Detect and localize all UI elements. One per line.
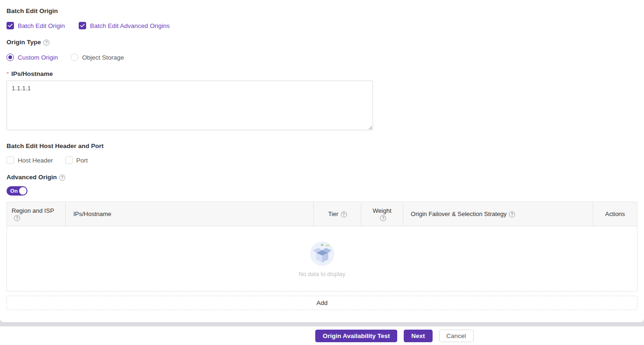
origin-availability-test-button[interactable]: Origin Availability Test (315, 330, 397, 342)
col-header-actions: Actions (593, 202, 637, 226)
table-header-row: Region and ISP? IPs/Hostname Tier? Weigh… (7, 202, 637, 226)
checkbox-checked-icon (7, 22, 14, 29)
col-header-failover-strategy: Origin Failover & Selection Strategy? (403, 202, 593, 226)
toggle-state-label: On (7, 188, 18, 194)
col-header-tier: Tier? (314, 202, 361, 226)
footer-action-bar: Origin Availability Test Next Cancel (0, 326, 644, 345)
section-title-host-header-port: Batch Edit Host Header and Port (7, 142, 637, 149)
checkbox-unchecked-icon (7, 156, 14, 164)
help-icon[interactable]: ? (59, 175, 65, 181)
toggle-knob (19, 187, 27, 195)
radio-selected-icon (7, 54, 14, 61)
add-origin-button[interactable]: Add (7, 296, 637, 310)
required-asterisk: * (7, 70, 9, 77)
cancel-button[interactable]: Cancel (439, 330, 474, 342)
radio-custom-origin[interactable]: Custom Origin (7, 54, 58, 61)
radio-object-storage[interactable]: Object Storage (71, 54, 124, 61)
empty-box-icon (309, 240, 335, 266)
page-background: Batch Edit Origin Batch Edit Origin Batc… (0, 0, 644, 326)
advanced-origin-label: Advanced Origin? (7, 174, 637, 181)
help-icon[interactable]: ? (43, 40, 49, 46)
checkbox-label: Host Header (18, 157, 53, 164)
radio-unselected-icon (71, 54, 78, 61)
help-icon[interactable]: ? (341, 211, 347, 217)
batch-edit-checkbox-row: Batch Edit Origin Batch Edit Advanced Or… (7, 22, 637, 29)
help-icon[interactable]: ? (14, 215, 20, 221)
col-header-region-isp: Region and ISP? (7, 202, 66, 226)
checkbox-batch-edit-advanced-origins[interactable]: Batch Edit Advanced Origins (79, 22, 169, 29)
host-header-port-checkbox-row: Host Header Port (7, 156, 637, 164)
checkbox-label: Port (76, 157, 88, 164)
ips-hostname-label: *IPs/Hostname (7, 70, 637, 77)
checkbox-host-header[interactable]: Host Header (7, 156, 53, 164)
batch-edit-origin-panel: Batch Edit Origin Batch Edit Origin Batc… (0, 0, 644, 322)
help-icon[interactable]: ? (380, 215, 386, 221)
col-header-ips-hostname: IPs/Hostname (66, 202, 314, 226)
origin-type-radio-group: Custom Origin Object Storage (7, 54, 637, 61)
col-header-weight: Weight? (361, 202, 403, 226)
empty-state: No data to display (298, 240, 345, 277)
checkbox-label: Batch Edit Advanced Origins (90, 22, 169, 29)
origin-type-label: Origin Type? (7, 39, 637, 46)
checkbox-port[interactable]: Port (65, 156, 88, 164)
help-icon[interactable]: ? (509, 211, 515, 217)
table-empty-row: No data to display (7, 226, 637, 291)
radio-label: Custom Origin (18, 54, 58, 61)
empty-state-text: No data to display (298, 271, 345, 277)
next-button[interactable]: Next (404, 330, 432, 342)
checkbox-unchecked-icon (65, 156, 73, 164)
advanced-origin-toggle[interactable]: On (7, 186, 27, 196)
radio-label: Object Storage (82, 54, 124, 61)
checkbox-batch-edit-origin[interactable]: Batch Edit Origin (7, 22, 65, 29)
advanced-origins-table: Region and ISP? IPs/Hostname Tier? Weigh… (7, 202, 637, 310)
section-title-batch-edit-origin: Batch Edit Origin (7, 7, 637, 14)
checkbox-label: Batch Edit Origin (18, 22, 65, 29)
ips-hostname-textarea[interactable]: 1.1.1.1 (7, 81, 373, 130)
checkbox-checked-icon (79, 22, 86, 29)
